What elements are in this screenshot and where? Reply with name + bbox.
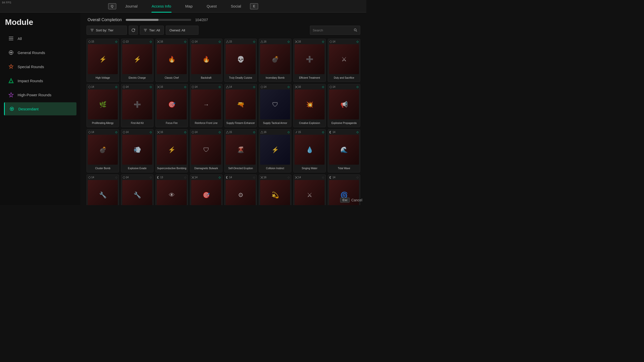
sidebar-item-impact-rounds[interactable]: Impact Rounds: [4, 74, 76, 87]
card-name: Incendiary Bomb: [259, 74, 291, 82]
card-header: 14 ◇: [259, 84, 291, 89]
tier-number: 14: [229, 85, 232, 88]
card-image-area: 🌋: [226, 135, 256, 165]
sidebar-item-highpower-rounds[interactable]: High-Power Rounds: [4, 88, 76, 101]
search-bar[interactable]: [310, 26, 360, 35]
module-card[interactable]: 14 ◇ 🛡 Diamagnetic Bulwark: [190, 129, 222, 172]
module-card[interactable]: 15 ◇ 💧 Singing Water: [293, 129, 326, 172]
svg-point-21: [354, 29, 356, 31]
module-card[interactable]: 14 ◇ 🔧: [121, 174, 153, 205]
not-owned: ◇: [356, 176, 358, 179]
module-card[interactable]: 14 ◇ 🌿 Proliferating Allergy: [87, 84, 119, 127]
module-card[interactable]: 15 ◇ ⚡ High-Voltage: [87, 39, 119, 82]
card-header: 14 ◇: [121, 129, 153, 135]
card-name: Efficient Treatment: [294, 74, 326, 82]
card-header: 14 ◇: [328, 129, 360, 135]
module-card[interactable]: 14 ◇ 🔧: [87, 174, 119, 205]
card-image-area: ⚡: [157, 135, 187, 165]
tier-type-icon: [330, 131, 332, 133]
card-header: 16 ◇: [294, 84, 326, 89]
svg-marker-12: [9, 93, 13, 97]
refresh-button[interactable]: [129, 26, 138, 35]
card-name: Duty and Sacrifice: [328, 74, 360, 82]
module-card[interactable]: 14 ◇ 🛡 Supply Tactical Armor: [259, 84, 291, 127]
nav-item-access-info[interactable]: Access Info: [145, 0, 178, 13]
esc-key[interactable]: Esc: [340, 198, 350, 203]
sidebar-item-descendant[interactable]: Descendant: [4, 102, 76, 115]
cancel-label[interactable]: Cancel: [351, 198, 362, 202]
tier-number: 16: [264, 40, 266, 43]
sidebar-item-special-rounds[interactable]: Special Rounds: [4, 60, 76, 73]
search-input[interactable]: [313, 28, 354, 32]
module-card[interactable]: 16 ◇ 💥 Creative Explosion: [293, 84, 326, 127]
owned-checkmark: ◇: [356, 130, 358, 134]
card-name: Truly Deadly Cuisine: [225, 74, 257, 82]
module-card[interactable]: 14 ◇ 🌊 Tidal Wave: [328, 129, 360, 172]
card-tier: 14: [123, 176, 129, 179]
owned-checkmark: ◇: [322, 40, 324, 43]
card-image-area: 🔧: [88, 180, 118, 205]
tier-filter-button[interactable]: Tier: All: [140, 26, 164, 35]
module-icon: 💥: [306, 101, 313, 108]
module-card[interactable]: 14 ◇ 🔥 Backdraft: [190, 39, 222, 82]
sidebar-item-general-rounds[interactable]: General Rounds: [4, 46, 76, 59]
module-card[interactable]: 14 ◇ ⚔ Duty and Sacrifice: [328, 39, 360, 82]
module-card[interactable]: 16 ◇ 💣 Incendiary Bomb: [259, 39, 291, 82]
card-header: 14 ◇: [328, 175, 360, 180]
owned-checkmark: ◇: [184, 130, 186, 134]
tier-number: 14: [195, 40, 197, 43]
descendant-icon: [9, 106, 15, 112]
svg-marker-42: [330, 86, 332, 88]
tier-number: 16: [264, 176, 266, 179]
nav-key-q[interactable]: Q: [108, 3, 116, 9]
module-card[interactable]: 16 ◇ 🔥 Classic Chef: [155, 39, 188, 82]
svg-marker-27: [192, 40, 194, 43]
sort-button[interactable]: Sort by: Tier: [87, 26, 127, 35]
module-card[interactable]: 13 ◇ ⚡ Electric Charge: [121, 39, 153, 82]
tier-type-icon: [226, 176, 229, 179]
module-card[interactable]: 16 ◇ ➕ Efficient Treatment: [293, 39, 326, 82]
tier-label: Tier: All: [149, 28, 160, 32]
module-card[interactable]: 14 ◇ 💨 Explosive Evade: [121, 129, 153, 172]
module-card[interactable]: 15 ◇ 🌋 Self-Directed Eruption: [224, 129, 257, 172]
module-card[interactable]: 14 ◇ ⚙: [224, 174, 257, 205]
tier-type-icon: [157, 176, 160, 179]
card-header: 14 ◇: [190, 39, 222, 44]
module-card[interactable]: 16 ◇ 💫: [259, 174, 291, 205]
module-icon: 🔫: [237, 101, 245, 108]
module-card[interactable]: 16 ◇ ⚡ Collision Instinct: [259, 129, 291, 172]
sidebar-item-all[interactable]: All: [4, 32, 76, 45]
module-card[interactable]: 16 ◇ 🎯 Focus Fire: [155, 84, 188, 127]
nav-item-social[interactable]: Social: [224, 0, 248, 13]
module-card[interactable]: 14 ◇ ⚔: [293, 174, 326, 205]
module-card[interactable]: 14 ◇ 🎯: [190, 174, 222, 205]
nav-item-map[interactable]: Map: [178, 0, 199, 13]
module-icon: ⚙: [238, 192, 244, 199]
tier-type-icon: [123, 86, 125, 88]
nav-item-quest[interactable]: Quest: [200, 0, 224, 13]
module-card[interactable]: 14 ◇ 💣 Cluster Bomb: [87, 129, 119, 172]
owned-filter-button[interactable]: Owned: All: [166, 26, 198, 35]
card-tier: 14: [226, 176, 232, 179]
owned-checkmark: ◇: [253, 85, 255, 88]
module-icon: 🎯: [203, 192, 210, 199]
nav-item-journal[interactable]: Journal: [118, 0, 145, 13]
progress-section: Overall Completion 104/207: [87, 18, 360, 22]
card-tier: 14: [330, 176, 335, 179]
module-card[interactable]: 16 ◇ ⚡ Superconductive Bombing: [155, 129, 188, 172]
owned-checkmark: ◇: [115, 130, 117, 134]
card-tier: 13: [157, 176, 163, 179]
module-card[interactable]: 15 ◇ 💀 Truly Deadly Cuisine: [224, 39, 257, 82]
module-card[interactable]: 14 ◇ → Reinforce Front Line: [190, 84, 222, 127]
module-card[interactable]: 13 ◇ 👁: [155, 174, 188, 205]
card-tier: 16: [261, 40, 266, 43]
special-rounds-icon: [8, 64, 14, 70]
module-card[interactable]: 14 ◇ 🔫 Supply Firearm Enhancer: [224, 84, 257, 127]
tier-type-icon: [123, 176, 125, 179]
module-card[interactable]: 14 ◇ ➕ First Aid Kit: [121, 84, 153, 127]
nav-key-e[interactable]: E: [250, 3, 258, 9]
card-header: 15 ◇: [87, 39, 119, 44]
card-image-area: 🌊: [329, 135, 359, 165]
tier-type-icon: [192, 86, 194, 88]
module-card[interactable]: 14 ◇ 📢 Explosive Propaganda: [328, 84, 360, 127]
